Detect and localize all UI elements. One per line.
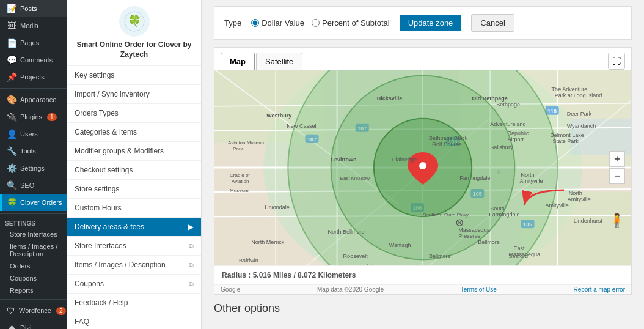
- plugin-sidebar: 🍀 Smart Online Order for Clover by Zayte…: [67, 0, 202, 329]
- sidebar-item-wordfence[interactable]: 🛡 Wordfence 2: [0, 302, 67, 319]
- radio-input-dollar[interactable]: [251, 19, 259, 27]
- svg-text:Aviation Museum: Aviation Museum: [228, 140, 266, 146]
- svg-text:Plainedge: Plainedge: [392, 157, 417, 163]
- radio-label-percent: Percent of Subtotal: [322, 18, 390, 28]
- cancel-button[interactable]: Cancel: [471, 14, 514, 32]
- map-tabs: Map Satellite ⛶: [214, 48, 631, 70]
- map-fullscreen-button[interactable]: ⛶: [608, 53, 625, 70]
- clover-icon: 🍀: [7, 198, 16, 207]
- plugin-menu-store-interfaces[interactable]: Store Interfaces ⧉: [67, 237, 201, 256]
- main-content: Type Dollar Value Percent of Subtotal Up…: [202, 0, 644, 329]
- svg-text:Amityville: Amityville: [568, 196, 591, 202]
- sidebar-item-comments[interactable]: 💬 Comments: [0, 51, 67, 68]
- sidebar-item-plugins[interactable]: 🔌 Plugins 1: [0, 108, 67, 125]
- sidebar-item-clover-orders[interactable]: 🍀 Clover Orders: [0, 194, 67, 211]
- svg-text:Airport: Airport: [507, 136, 524, 142]
- plugin-menu-checkout[interactable]: Checkout settings: [67, 161, 201, 180]
- external-icon: ⧉: [189, 261, 194, 269]
- sidebar-item-tools[interactable]: 🔧 Tools: [0, 142, 67, 160]
- plugin-menu-items-images[interactable]: Items / Images / Description ⧉: [67, 256, 201, 275]
- sidebar-item-divi[interactable]: ◆ Divi: [0, 319, 67, 329]
- svg-text:Bethpage: Bethpage: [496, 102, 520, 108]
- posts-icon: 📝: [7, 4, 16, 13]
- radius-text: Radius : 5.016 Miles / 8.072 Kilometers: [222, 271, 356, 279]
- svg-text:Massapequa: Massapequa: [508, 251, 541, 257]
- sidebar-item-label: Divi: [20, 324, 31, 329]
- sidebar-item-label: Posts: [20, 5, 37, 12]
- plugin-menu-coupons[interactable]: Coupons ⧉: [67, 275, 201, 294]
- radio-percent-subtotal[interactable]: Percent of Subtotal: [312, 18, 390, 28]
- sidebar-item-label: SEO: [20, 182, 34, 189]
- sidebar-item-label: Settings: [20, 164, 45, 172]
- sub-item-orders[interactable]: Orders: [0, 260, 67, 272]
- users-icon: 👤: [7, 129, 16, 139]
- svg-text:Westbury: Westbury: [266, 113, 291, 119]
- sidebar-item-posts[interactable]: 📝 Posts: [0, 0, 67, 17]
- plugin-menu-custom-hours[interactable]: Custom Hours: [67, 199, 201, 218]
- sidebar-item-label: Appearance: [20, 96, 56, 103]
- svg-text:The Adventure: The Adventure: [552, 86, 588, 92]
- terms-link[interactable]: Terms of Use: [461, 286, 497, 293]
- sub-item-coupons[interactable]: Coupons: [0, 272, 67, 284]
- plugin-menu-key-settings[interactable]: Key settings: [67, 66, 201, 85]
- svg-text:Amityville: Amityville: [519, 178, 543, 184]
- map-attribution: Google Map data ©2020 Google Terms of Us…: [214, 284, 631, 294]
- svg-text:North Bellmore: North Bellmore: [328, 229, 365, 235]
- radio-dollar-value[interactable]: Dollar Value: [251, 18, 304, 28]
- map-tab-map[interactable]: Map: [221, 53, 255, 70]
- svg-text:South: South: [490, 205, 505, 212]
- plugin-menu-categories[interactable]: Categories & Items: [67, 123, 201, 142]
- google-label: Google: [221, 286, 240, 293]
- sidebar-item-pages[interactable]: 📄 Pages: [0, 34, 67, 51]
- plugin-menu-feedback[interactable]: Feedback / Help: [67, 294, 201, 312]
- sidebar-item-appearance[interactable]: 🎨 Appearance: [0, 91, 67, 108]
- plugin-menu-delivery-areas[interactable]: Delivery areas & fees ▶: [67, 218, 201, 237]
- sidebar-item-users[interactable]: 👤 Users: [0, 125, 67, 142]
- radio-input-percent[interactable]: [312, 19, 320, 27]
- svg-text:North: North: [521, 172, 534, 178]
- svg-text:Merrick: Merrick: [356, 264, 374, 265]
- svg-text:Southern State Pkwy: Southern State Pkwy: [423, 212, 469, 218]
- menu-label: Delivery areas & fees: [75, 223, 144, 231]
- plugin-menu-import-sync[interactable]: Import / Sync inventory: [67, 85, 201, 104]
- menu-label: Custom Hours: [75, 204, 122, 212]
- sidebar-item-settings[interactable]: ⚙️ Settings: [0, 160, 67, 177]
- map-tab-satellite[interactable]: Satellite: [256, 53, 302, 70]
- plugin-menu-modifier-groups[interactable]: Modifier groups & Modifiers: [67, 142, 201, 161]
- sidebar-item-media[interactable]: 🖼 Media: [0, 17, 67, 34]
- type-radio-group: Dollar Value Percent of Subtotal: [251, 18, 389, 28]
- sidebar-item-label: Clover Orders: [20, 199, 62, 206]
- tools-icon: 🔧: [7, 146, 16, 156]
- sidebar-item-seo[interactable]: 🔍 SEO: [0, 177, 67, 194]
- report-link[interactable]: Report a map error: [573, 286, 624, 293]
- settings-icon: ⚙️: [7, 163, 16, 173]
- zoom-in-button[interactable]: +: [609, 151, 625, 167]
- sub-item-items-images[interactable]: Items / Images / Description: [0, 240, 67, 260]
- street-view-person[interactable]: 🧍: [609, 213, 625, 229]
- plugin-menu-orders-types[interactable]: Orders Types: [67, 104, 201, 123]
- svg-text:Museum: Museum: [230, 188, 249, 193]
- admin-sidebar: 📝 Posts 🖼 Media 📄 Pages 💬 Comments 📌 Pro…: [0, 0, 67, 329]
- menu-label: Checkout settings: [75, 166, 133, 174]
- sidebar-item-projects[interactable]: 📌 Projects: [0, 68, 67, 86]
- svg-text:Baldwin: Baldwin: [239, 257, 258, 264]
- sidebar-item-label: Users: [20, 130, 38, 138]
- map-radius-info: Radius : 5.016 Miles / 8.072 Kilometers: [214, 265, 631, 284]
- plugin-header: 🍀 Smart Online Order for Clover by Zayte…: [67, 0, 201, 66]
- sidebar-item-label: Wordfence: [19, 307, 51, 314]
- update-zone-button[interactable]: Update zone: [400, 15, 462, 31]
- menu-label: Coupons: [75, 279, 104, 288]
- svg-text:Republic: Republic: [507, 130, 529, 136]
- svg-text:Preserve: Preserve: [458, 233, 480, 239]
- sidebar-item-label: Projects: [20, 73, 45, 81]
- plugin-menu-faq[interactable]: FAQ: [67, 312, 201, 329]
- plugin-menu-store-settings[interactable]: Store settings: [67, 180, 201, 199]
- map-zoom-controls: + −: [609, 151, 625, 184]
- seo-icon: 🔍: [7, 180, 16, 190]
- map-area[interactable]: 107 107 109 105 106 135 110: [214, 70, 631, 265]
- zoom-out-button[interactable]: −: [609, 168, 625, 184]
- sub-item-store-interfaces[interactable]: Store Interfaces: [0, 228, 67, 240]
- sub-item-reports[interactable]: Reports: [0, 284, 67, 297]
- divi-icon: ◆: [7, 323, 16, 329]
- wordfence-icon: 🛡: [7, 306, 15, 316]
